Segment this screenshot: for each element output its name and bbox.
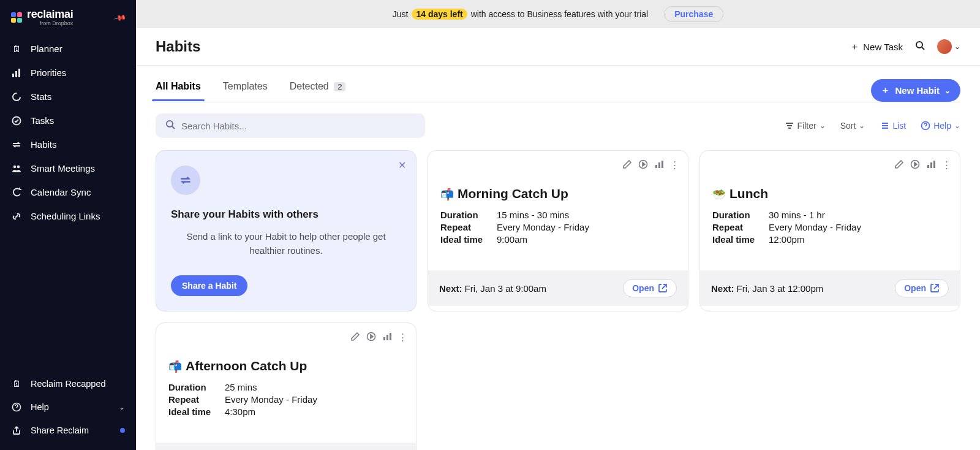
sidebar-item-help[interactable]: Help ⌄ (0, 396, 136, 418)
habit-details: Duration25 mins RepeatEvery Monday - Fri… (168, 382, 404, 417)
filter-label: Filter (797, 121, 816, 131)
sidebar-item-scheduling-links[interactable]: Scheduling Links (0, 205, 136, 227)
svg-rect-20 (383, 337, 385, 340)
more-icon[interactable]: ⋮ (398, 332, 407, 343)
external-link-icon (930, 283, 940, 293)
more-icon[interactable]: ⋮ (942, 159, 951, 171)
promo-body: Send a link to your Habit to help other … (171, 229, 401, 258)
svg-rect-0 (12, 74, 14, 77)
sidebar-bottom: 🗓 Reclaim Recapped Help ⌄ Share Reclaim (0, 373, 136, 441)
card-actions: ⋮ (350, 332, 407, 343)
svg-rect-13 (658, 162, 660, 168)
open-button[interactable]: Open (623, 279, 677, 297)
search-icon[interactable] (915, 40, 925, 53)
svg-point-6 (17, 165, 20, 168)
stats-icon[interactable] (654, 159, 664, 171)
repeat-value: Every Monday - Friday (769, 222, 948, 232)
calendar-icon: 🗓 (11, 44, 22, 54)
sidebar-item-label: Calendar Sync (31, 187, 91, 197)
repeat-label: Repeat (168, 394, 225, 405)
banner-suffix: with access to Business features with yo… (471, 9, 648, 19)
sidebar-item-share-reclaim[interactable]: Share Reclaim (0, 419, 136, 441)
svg-rect-2 (18, 69, 20, 77)
sidebar-item-priorities[interactable]: Priorities (0, 61, 136, 84)
page-header: Habits ＋ New Task ⌄ (136, 28, 980, 66)
calendar-icon: 🗓 (11, 379, 22, 389)
sidebar-item-tasks[interactable]: Tasks (0, 109, 136, 132)
svg-rect-14 (662, 161, 663, 168)
list-view-button[interactable]: List (880, 121, 906, 131)
sidebar-item-stats[interactable]: Stats (0, 85, 136, 108)
tab-all-habits[interactable]: All Habits (156, 81, 201, 101)
user-menu[interactable]: ⌄ (937, 39, 960, 54)
svg-rect-18 (933, 161, 935, 168)
duration-label: Duration (712, 210, 769, 220)
page-title: Habits (156, 38, 200, 55)
new-habit-button[interactable]: ＋ New Habit ⌄ (871, 79, 960, 102)
tab-detected[interactable]: Detected 2 (290, 81, 346, 101)
promo-title: Share your Habits with others (171, 208, 401, 221)
edit-icon[interactable] (350, 332, 360, 343)
sidebar-item-smart-meetings[interactable]: Smart Meetings (0, 157, 136, 180)
sidebar-item-recapped[interactable]: 🗓 Reclaim Recapped (0, 373, 136, 395)
help-icon (921, 121, 930, 131)
sidebar-item-calendar-sync[interactable]: Calendar Sync (0, 181, 136, 204)
duration-value: 25 mins (225, 382, 404, 392)
detected-badge: 2 (334, 82, 345, 91)
share-habit-button[interactable]: Share a Habit (171, 275, 247, 296)
ideal-value: 4:30pm (225, 406, 404, 417)
people-icon (11, 164, 22, 174)
repeat-value: Every Monday - Friday (497, 222, 676, 232)
brand-name: reclaimai (27, 9, 73, 20)
list-icon (880, 121, 889, 131)
filter-button[interactable]: Filter ⌄ (785, 121, 826, 131)
search-box[interactable] (156, 113, 425, 138)
stats-icon[interactable] (926, 159, 936, 171)
habit-footer: Next:Fri, Jan 3 at 5:00pm Open (156, 443, 416, 451)
sidebar-item-label: Tasks (31, 115, 54, 126)
tabs: All Habits Templates Detected 2 (156, 81, 345, 101)
edit-icon[interactable] (622, 159, 632, 171)
chevron-down-icon: ⌄ (859, 121, 865, 130)
sidebar: reclaimai from Dropbox 📌 🗓 Planner Prior… (0, 0, 136, 450)
sidebar-nav: 🗓 Planner Priorities Stats Tasks Habi (0, 37, 136, 227)
help-button[interactable]: Help ⌄ (921, 121, 960, 131)
logo[interactable]: reclaimai from Dropbox (11, 9, 73, 26)
sidebar-item-label: Stats (31, 91, 51, 102)
open-button[interactable]: Open (895, 279, 949, 297)
tab-templates[interactable]: Templates (223, 81, 268, 101)
chevron-down-icon: ⌄ (944, 86, 951, 95)
toolbar: Filter ⌄ Sort ⌄ List Help ⌄ (136, 102, 980, 144)
habit-title: 📬Morning Catch Up (440, 186, 676, 201)
svg-rect-12 (655, 165, 657, 168)
sidebar-item-habits[interactable]: Habits (0, 133, 136, 156)
svg-point-5 (13, 165, 17, 168)
edit-icon[interactable] (894, 159, 904, 171)
habit-emoji-icon: 🥗 (712, 188, 726, 200)
ideal-label: Ideal time (712, 234, 769, 245)
more-icon[interactable]: ⋮ (670, 159, 679, 171)
sidebar-item-planner[interactable]: 🗓 Planner (0, 37, 136, 60)
brand-sub: from Dropbox (27, 21, 73, 26)
plus-icon: ＋ (850, 41, 859, 53)
search-input[interactable] (181, 121, 415, 131)
new-task-button[interactable]: ＋ New Task (850, 41, 903, 53)
play-icon[interactable] (638, 159, 648, 171)
purchase-button[interactable]: Purchase (664, 6, 723, 22)
repeat-label: Repeat (440, 222, 497, 232)
search-icon (165, 120, 175, 132)
play-icon[interactable] (366, 332, 376, 343)
svg-point-8 (916, 42, 922, 48)
sort-button[interactable]: Sort ⌄ (840, 121, 865, 131)
close-icon[interactable]: ✕ (398, 159, 406, 171)
card-actions: ⋮ (622, 159, 679, 171)
stats-icon[interactable] (382, 332, 392, 343)
svg-rect-1 (15, 71, 17, 77)
pin-icon[interactable]: 📌 (113, 11, 127, 24)
banner-highlight: 14 days left (412, 9, 467, 20)
help-label: Help (933, 121, 951, 131)
duration-label: Duration (440, 210, 497, 220)
ideal-value: 9:00am (497, 234, 676, 245)
play-icon[interactable] (910, 159, 920, 171)
repeat-value: Every Monday - Friday (225, 394, 404, 405)
